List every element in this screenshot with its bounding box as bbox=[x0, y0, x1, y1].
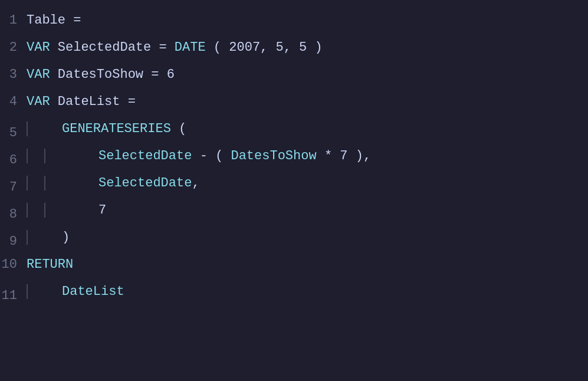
line-content-5: GENERATESERIES ( bbox=[62, 121, 186, 136]
token: ) bbox=[62, 230, 70, 245]
token: RETURN bbox=[27, 257, 73, 272]
token: SelectedDate bbox=[50, 40, 159, 55]
token: DatesToShow bbox=[50, 67, 152, 82]
line-number-10: 10 bbox=[0, 257, 27, 272]
code-line-1: 1 Table = bbox=[0, 12, 588, 39]
token: SelectedDate bbox=[98, 149, 192, 163]
code-line-3: 3 VAR DatesToShow = 6 bbox=[0, 66, 588, 93]
token: 7 bbox=[98, 203, 106, 218]
token: = bbox=[65, 13, 89, 28]
token: ( 2007, 5, 5 ) bbox=[206, 40, 323, 55]
line-number-3: 3 bbox=[0, 67, 27, 82]
line-content-4: VAR DateList = bbox=[27, 94, 136, 109]
token: = bbox=[151, 67, 159, 82]
line-content-3: VAR DatesToShow = 6 bbox=[27, 67, 175, 82]
line-content-11: DateList bbox=[62, 284, 124, 299]
code-line-8: 8 7 bbox=[0, 202, 588, 229]
line-content-1: Table = bbox=[27, 13, 89, 28]
token: ( bbox=[171, 121, 186, 136]
line-number-9: 9 bbox=[0, 234, 27, 249]
line-number-2: 2 bbox=[0, 40, 27, 55]
line-content-7: SelectedDate , bbox=[98, 176, 200, 190]
line-number-4: 4 bbox=[0, 94, 27, 109]
token: SelectedDate bbox=[98, 176, 192, 190]
line-content-10: RETURN bbox=[27, 257, 73, 272]
line-number-7: 7 bbox=[0, 180, 27, 195]
line-number-1: 1 bbox=[0, 13, 27, 28]
code-line-6: 6 SelectedDate - ( DatesToShow * 7 ), bbox=[0, 147, 588, 175]
line-content-2: VAR SelectedDate = DATE ( 2007, 5, 5 ) bbox=[27, 40, 323, 55]
token: = bbox=[128, 94, 136, 109]
code-editor: 1 Table = 2 VAR SelectedDate = DATE ( 20… bbox=[0, 0, 588, 381]
line-content-8: 7 bbox=[98, 203, 106, 218]
line-number-6: 6 bbox=[0, 153, 27, 167]
token: VAR bbox=[27, 94, 50, 109]
token: DateList bbox=[62, 284, 124, 299]
token: - ( bbox=[192, 149, 231, 163]
token: * 7 ), bbox=[317, 149, 371, 163]
token: DATE bbox=[167, 40, 206, 55]
code-line-4: 4 VAR DateList = bbox=[0, 93, 588, 120]
line-number-8: 8 bbox=[0, 207, 27, 222]
line-content-6: SelectedDate - ( DatesToShow * 7 ), bbox=[98, 149, 371, 163]
token: = bbox=[159, 40, 166, 55]
code-line-2: 2 VAR SelectedDate = DATE ( 2007, 5, 5 ) bbox=[0, 39, 588, 66]
token: GENERATESERIES bbox=[62, 121, 171, 136]
code-line-7: 7 SelectedDate , bbox=[0, 175, 588, 202]
token: VAR bbox=[27, 67, 50, 82]
code-line-11: 11 DateList bbox=[0, 283, 588, 310]
token: , bbox=[192, 176, 199, 190]
code-line-5: 5 GENERATESERIES ( bbox=[0, 120, 588, 147]
line-number-11: 11 bbox=[0, 288, 27, 303]
token: DateList bbox=[50, 94, 128, 109]
line-content-9: ) bbox=[62, 230, 70, 245]
token: DatesToShow bbox=[231, 149, 316, 163]
code-line-10: 10 RETURN bbox=[0, 256, 588, 283]
line-number-5: 5 bbox=[0, 126, 27, 140]
token: 6 bbox=[159, 67, 174, 82]
code-line-9: 9 ) bbox=[0, 229, 588, 256]
token: Table bbox=[27, 13, 65, 28]
token: VAR bbox=[27, 40, 50, 55]
